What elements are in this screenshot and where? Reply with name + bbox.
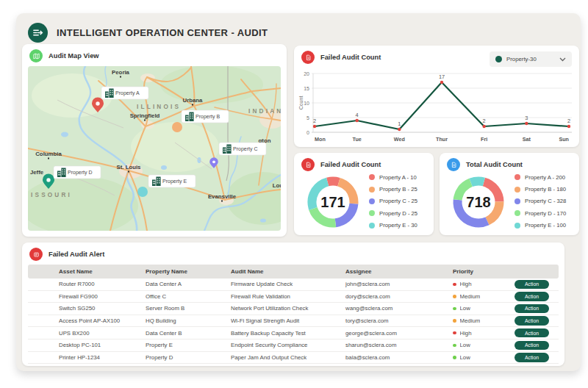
svg-text:2: 2 — [567, 118, 570, 124]
property-cell: Property D — [146, 354, 231, 361]
map-dot-marker[interactable] — [172, 122, 182, 132]
legend-item: Property B - 25 — [369, 183, 417, 195]
action-button[interactable]: Action — [514, 316, 549, 326]
priority-label: Low — [460, 342, 470, 348]
audit-cell: Firewall Rule Validation — [231, 293, 345, 300]
table-row: Firewall FG900Office CFirewall Rule Vali… — [28, 291, 559, 303]
priority-dot — [453, 344, 456, 348]
svg-text:0: 0 — [306, 130, 309, 135]
priority-cell: High — [453, 330, 514, 337]
action-button[interactable]: Action — [514, 353, 549, 362]
legend-label: Property D - 25 — [379, 210, 417, 217]
failed-audit-icon — [301, 51, 315, 64]
priority-cell: High — [453, 281, 514, 287]
priority-dot — [453, 356, 456, 359]
svg-text:Tue: Tue — [353, 136, 362, 143]
asset-cell: Access Point AP-AX100 — [59, 317, 146, 324]
asset-cell: Switch SG250 — [59, 305, 146, 312]
property-dropdown[interactable]: Property-30 — [490, 51, 572, 67]
asset-cell: UPS BX200 — [59, 330, 146, 337]
table-row: Switch SG250Server Room BNetwork Port Ut… — [28, 303, 559, 315]
legend-item: Property B - 180 — [514, 183, 566, 195]
map-panel-title: Audit Map View — [49, 52, 99, 60]
city-label: Lou — [273, 182, 281, 189]
legend-item: Property C - 328 — [514, 195, 566, 207]
action-button[interactable]: Action — [514, 328, 549, 338]
property-marker[interactable]: Property A — [101, 87, 148, 99]
action-button[interactable]: Action — [514, 280, 549, 290]
priority-cell: Medium — [453, 293, 514, 300]
assignee-cell: john@sclera.com — [345, 281, 453, 287]
priority-cell: Low — [453, 305, 514, 312]
property-marker[interactable]: Property C — [219, 143, 266, 155]
legend-item: Property A - 10 — [369, 171, 417, 183]
city-dot — [128, 171, 129, 173]
property-marker[interactable]: Property B — [182, 110, 229, 123]
priority-label: High — [460, 281, 472, 287]
map-dot-marker[interactable] — [137, 187, 148, 197]
property-cell: Office C — [146, 293, 231, 300]
priority-cell: Low — [453, 342, 514, 348]
legend-item: Property D - 170 — [514, 207, 566, 219]
col-property-name: Property Name — [146, 268, 231, 275]
line-chart: 05101520CountMonTueWedThurFriSatSun24117… — [298, 68, 575, 146]
svg-text:3: 3 — [525, 115, 528, 121]
property-marker-label: Property E — [162, 179, 187, 184]
legend-color-dot — [369, 210, 375, 216]
property-marker[interactable]: Property D — [54, 166, 101, 179]
failed-donut-chart — [303, 172, 363, 232]
legend-label: Property A - 10 — [379, 174, 417, 181]
svg-text:4: 4 — [356, 112, 359, 118]
table-row: UPS BX200Data Center BBattery Backup Cap… — [28, 327, 559, 340]
legend-color-dot — [514, 223, 520, 229]
legend-item: Property E - 100 — [514, 220, 566, 231]
legend-label: Property E - 100 — [525, 222, 566, 229]
legend-label: Property A - 200 — [525, 174, 565, 181]
legend-item: Property A - 200 — [514, 171, 566, 183]
action-button[interactable]: Action — [514, 341, 549, 351]
city-label: Jeffe — [30, 169, 44, 176]
alert-list-icon — [29, 248, 43, 261]
action-button[interactable]: Action — [514, 304, 549, 314]
city-label: St. Louis — [117, 164, 142, 170]
menu-arrow-icon[interactable] — [28, 23, 48, 43]
svg-text:17: 17 — [439, 73, 445, 80]
property-marker-label: Property A — [115, 90, 140, 96]
legend-label: Property D - 170 — [525, 210, 566, 217]
city-label: Urbana — [183, 97, 204, 104]
audit-cell: Wi-Fi Signal Strength Audit — [231, 317, 345, 324]
legend-color-dot — [369, 198, 375, 204]
table-row: Router R7000Data Center AFirmware Update… — [28, 279, 559, 291]
svg-text:Count: Count — [298, 96, 304, 110]
priority-cell: Low — [453, 354, 514, 361]
asset-cell: Desktop PC-101 — [59, 342, 146, 348]
priority-label: High — [460, 330, 472, 337]
table-row: Access Point AP-AX100HQ BuildingWi-Fi Si… — [28, 315, 559, 328]
svg-text:Fri: Fri — [481, 136, 487, 143]
priority-dot — [453, 331, 456, 335]
map-view[interactable]: ILLINOISINDIANAISSOURIPeoriaUrbanaSpring… — [28, 66, 281, 231]
city-label: Springfield — [130, 112, 160, 119]
legend-color-dot — [514, 198, 520, 204]
state-label: ISSOURI — [31, 192, 72, 198]
table-header-row: Asset Name Property Name Audit Name Assi… — [28, 265, 559, 279]
table-row: Desktop PC-101Property EEndpoint Securit… — [28, 340, 559, 352]
city-dot — [120, 76, 121, 78]
asset-cell: Firewall FG900 — [59, 293, 146, 300]
svg-text:Thur: Thur — [436, 136, 448, 143]
city-dot — [48, 158, 49, 159]
assignee-cell: wang@sclera.com — [345, 305, 453, 312]
audit-cell: Firmware Update Check — [231, 281, 345, 287]
chevron-down-icon — [559, 57, 566, 62]
priority-label: Low — [460, 305, 470, 312]
priority-cell: Medium — [453, 317, 514, 324]
svg-text:Sat: Sat — [523, 136, 531, 143]
property-marker[interactable]: Property E — [148, 175, 196, 187]
legend-label: Property E - 30 — [379, 222, 417, 229]
failed-donut-title: Failed Audit Count — [320, 161, 381, 168]
svg-text:5: 5 — [306, 115, 309, 121]
svg-text:Sun: Sun — [559, 136, 569, 143]
priority-label: Medium — [460, 317, 481, 324]
action-button[interactable]: Action — [514, 292, 549, 301]
total-donut-chart — [448, 172, 509, 232]
